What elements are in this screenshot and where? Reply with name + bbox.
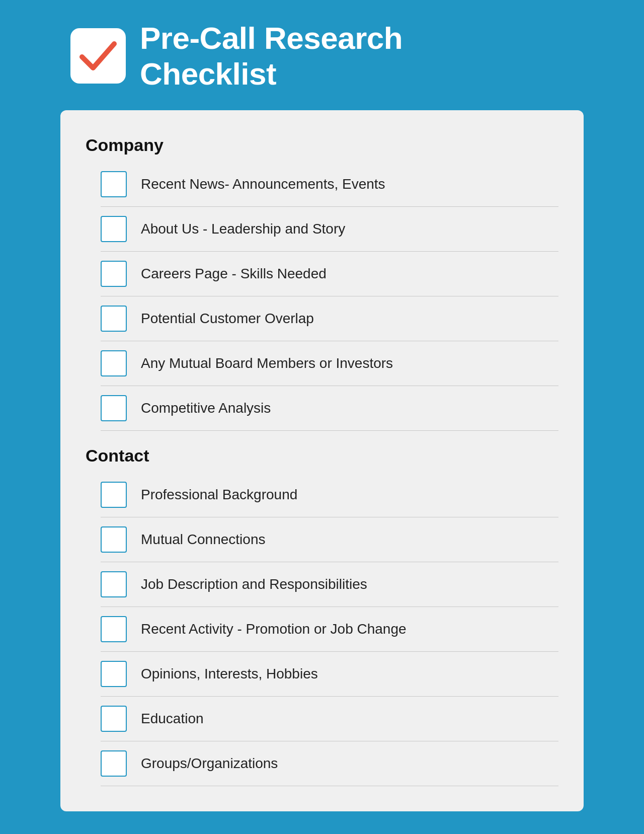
checkbox-contact-6[interactable] xyxy=(101,706,127,732)
item-text: Opinions, Interests, Hobbies xyxy=(141,666,318,682)
page-container: Pre-Call Research Checklist Company Rece… xyxy=(60,20,584,811)
company-items: Recent News- Announcements, Events About… xyxy=(101,162,558,431)
checkbox-company-3[interactable] xyxy=(101,261,127,287)
checkbox-company-5[interactable] xyxy=(101,350,127,376)
item-text: Groups/Organizations xyxy=(141,755,278,772)
checkbox-contact-1[interactable] xyxy=(101,482,127,508)
list-item: Job Description and Responsibilities xyxy=(101,562,558,607)
list-item: Groups/Organizations xyxy=(101,741,558,786)
section-label-company: Company xyxy=(86,135,558,155)
checkbox-contact-5[interactable] xyxy=(101,661,127,687)
checklist-card: Company Recent News- Announcements, Even… xyxy=(60,110,584,811)
list-item: Recent Activity - Promotion or Job Chang… xyxy=(101,607,558,652)
checkbox-company-6[interactable] xyxy=(101,395,127,421)
checkbox-company-2[interactable] xyxy=(101,216,127,242)
list-item: Professional Background xyxy=(101,473,558,517)
item-text: Careers Page - Skills Needed xyxy=(141,266,327,282)
checkbox-contact-4[interactable] xyxy=(101,616,127,642)
contact-items: Professional Background Mutual Connectio… xyxy=(101,473,558,786)
item-text: Any Mutual Board Members or Investors xyxy=(141,355,393,371)
item-text: Potential Customer Overlap xyxy=(141,311,314,327)
checklist-icon xyxy=(70,28,126,84)
checkbox-contact-3[interactable] xyxy=(101,571,127,597)
list-item: Potential Customer Overlap xyxy=(101,296,558,341)
item-text: Mutual Connections xyxy=(141,532,265,548)
list-item: Any Mutual Board Members or Investors xyxy=(101,341,558,386)
item-text: Professional Background xyxy=(141,487,297,503)
list-item: Competitive Analysis xyxy=(101,386,558,431)
item-text: Job Description and Responsibilities xyxy=(141,576,367,592)
checkbox-contact-2[interactable] xyxy=(101,526,127,553)
list-item: Mutual Connections xyxy=(101,517,558,562)
checkbox-contact-7[interactable] xyxy=(101,750,127,777)
page-title: Pre-Call Research Checklist xyxy=(140,20,403,92)
list-item: Opinions, Interests, Hobbies xyxy=(101,652,558,697)
list-item: Recent News- Announcements, Events xyxy=(101,162,558,207)
section-label-contact: Contact xyxy=(86,446,558,466)
item-text: Education xyxy=(141,711,204,727)
list-item: Careers Page - Skills Needed xyxy=(101,252,558,296)
item-text: Competitive Analysis xyxy=(141,400,271,416)
header: Pre-Call Research Checklist xyxy=(60,20,584,92)
list-item: Education xyxy=(101,697,558,741)
item-text: Recent Activity - Promotion or Job Chang… xyxy=(141,621,407,637)
item-text: About Us - Leadership and Story xyxy=(141,221,345,237)
checkbox-company-1[interactable] xyxy=(101,171,127,197)
list-item: About Us - Leadership and Story xyxy=(101,207,558,252)
item-text: Recent News- Announcements, Events xyxy=(141,176,385,192)
checkbox-company-4[interactable] xyxy=(101,306,127,332)
